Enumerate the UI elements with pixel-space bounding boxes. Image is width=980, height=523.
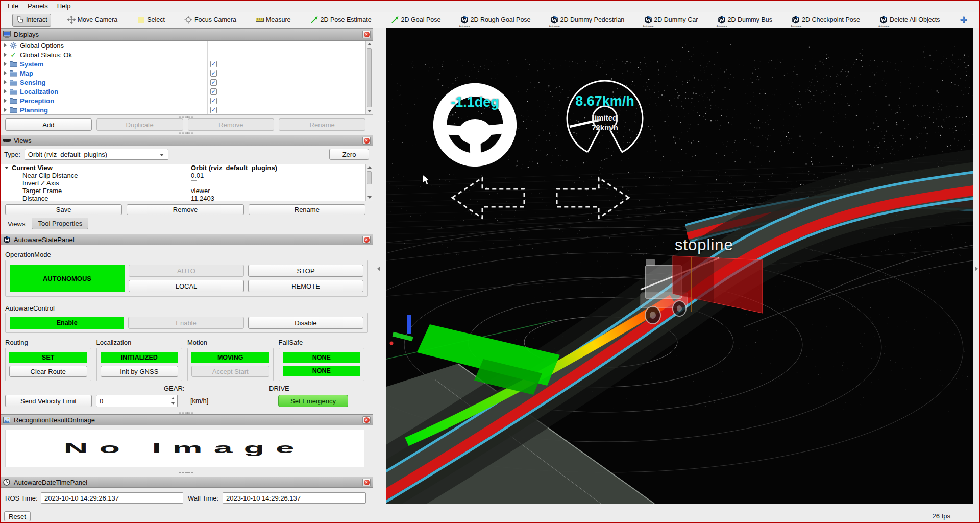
velocity-limit-spinbox[interactable]: 0 bbox=[96, 395, 178, 407]
auto-button[interactable]: AUTO bbox=[129, 265, 244, 277]
menu-panels[interactable]: Panels bbox=[23, 1, 53, 11]
invert-z-checkbox[interactable] bbox=[191, 180, 197, 186]
datetime-close-button[interactable]: ✕ bbox=[362, 479, 371, 486]
splitter-grip[interactable] bbox=[0, 470, 373, 474]
remove-button[interactable]: Remove bbox=[188, 118, 275, 131]
views-scrollbar[interactable] bbox=[365, 164, 373, 201]
zero-button[interactable]: Zero bbox=[329, 149, 369, 160]
splitter-grip[interactable] bbox=[0, 131, 373, 134]
views-panel-header[interactable]: Views ✕ bbox=[0, 135, 373, 146]
displays-close-button[interactable]: ✕ bbox=[362, 31, 371, 38]
expander-icon[interactable] bbox=[4, 62, 7, 66]
collapse-left-icon[interactable] bbox=[377, 266, 380, 271]
clear-route-button[interactable]: Clear Route bbox=[9, 366, 87, 377]
tool-delete-all-objects[interactable]: Autoware Delete All Objects bbox=[876, 14, 943, 26]
collapse-right-icon[interactable] bbox=[975, 266, 978, 271]
display-row-perception[interactable]: Perception bbox=[1, 96, 373, 105]
ros-time-field[interactable]: 2023-10-10 14:29:26.137 bbox=[41, 492, 183, 504]
rename-button[interactable]: Rename bbox=[279, 118, 365, 131]
rename-view-button[interactable]: Rename bbox=[249, 204, 365, 215]
add-tool-button[interactable] bbox=[957, 14, 971, 26]
set-emergency-button[interactable]: Set Emergency bbox=[278, 395, 348, 407]
save-button[interactable]: Save bbox=[5, 204, 122, 215]
visibility-checkbox[interactable] bbox=[210, 107, 217, 113]
expander-icon[interactable] bbox=[4, 71, 7, 75]
display-row-global-status[interactable]: ✓ Global Status: Ok bbox=[1, 50, 373, 59]
visibility-checkbox[interactable] bbox=[210, 88, 217, 95]
view-type-select[interactable]: Orbit (rviz_default_plugins) bbox=[24, 149, 168, 160]
displays-panel-header[interactable]: Displays ✕ bbox=[0, 28, 373, 41]
expander-icon[interactable] bbox=[4, 53, 7, 57]
splitter-grip[interactable] bbox=[0, 411, 373, 414]
reset-button[interactable]: Reset bbox=[4, 511, 31, 521]
tool-2d-rough-goal-pose[interactable]: Autoware 2D Rough Goal Pose bbox=[457, 14, 533, 26]
expander-icon[interactable] bbox=[5, 167, 9, 169]
property-row-target-frame[interactable]: Target Frame viewer bbox=[1, 187, 373, 195]
tool-2d-goal-pose[interactable]: 2D Goal Pose bbox=[388, 14, 444, 26]
visibility-checkbox[interactable] bbox=[210, 79, 217, 86]
autoware-state-close-button[interactable]: ✕ bbox=[362, 236, 371, 244]
scroll-up-icon[interactable] bbox=[368, 166, 372, 169]
spin-down-icon[interactable] bbox=[172, 402, 175, 405]
property-row-invert-z[interactable]: Invert Z Axis bbox=[1, 179, 373, 187]
disable-button[interactable]: Disable bbox=[248, 317, 363, 329]
wall-time-field[interactable]: 2023-10-10 14:29:26.137 bbox=[223, 492, 366, 504]
spin-up-icon[interactable] bbox=[172, 397, 175, 399]
expander-icon[interactable] bbox=[4, 43, 7, 47]
expander-icon[interactable] bbox=[4, 89, 7, 93]
expander-icon[interactable] bbox=[4, 99, 7, 103]
display-row-localization[interactable]: Localization bbox=[1, 87, 373, 96]
views-property-table[interactable]: Current View Orbit (rviz_default_plugins… bbox=[0, 164, 373, 201]
displays-tree[interactable]: Global Options ✓ Global Status: Ok Syste… bbox=[0, 41, 373, 115]
display-row-global-options[interactable]: Global Options bbox=[1, 41, 373, 50]
recognition-close-button[interactable]: ✕ bbox=[362, 416, 371, 424]
panel-splitter[interactable] bbox=[373, 28, 386, 504]
tool-select[interactable]: Select bbox=[134, 14, 168, 26]
stop-button[interactable]: STOP bbox=[248, 265, 363, 277]
autoware-state-panel-header[interactable]: AutowareStatePanel ✕ bbox=[0, 234, 373, 245]
right-splitter[interactable] bbox=[973, 28, 980, 504]
tool-interact[interactable]: Interact bbox=[12, 14, 51, 27]
display-row-map[interactable]: Map bbox=[1, 68, 373, 78]
menu-help[interactable]: Help bbox=[53, 1, 76, 11]
scroll-down-icon[interactable] bbox=[368, 196, 372, 199]
init-by-gnss-button[interactable]: Init by GNSS bbox=[101, 366, 179, 377]
datetime-panel-header[interactable]: AutowareDateTimePanel ✕ bbox=[0, 477, 373, 488]
display-row-planning[interactable]: Planning bbox=[1, 105, 373, 114]
scrollbar-thumb[interactable] bbox=[367, 48, 372, 107]
property-row-near-clip[interactable]: Near Clip Distance 0.01 bbox=[1, 172, 373, 179]
tab-tool-properties[interactable]: Tool Properties bbox=[32, 218, 88, 229]
send-velocity-limit-button[interactable]: Send Velocity Limit bbox=[5, 395, 92, 407]
autonomous-button[interactable]: AUTONOMOUS bbox=[10, 265, 125, 292]
property-row-distance[interactable]: Distance 11.2403 bbox=[1, 195, 373, 201]
add-button[interactable]: Add bbox=[5, 118, 92, 131]
tool-focus-camera[interactable]: Focus Camera bbox=[181, 14, 239, 26]
remove-view-button[interactable]: Remove bbox=[127, 204, 243, 215]
views-close-button[interactable]: ✕ bbox=[362, 137, 371, 145]
local-button[interactable]: LOCAL bbox=[129, 280, 244, 292]
expander-icon[interactable] bbox=[4, 108, 7, 112]
tool-2d-dummy-car[interactable]: Autoware 2D Dummy Car bbox=[641, 14, 701, 26]
expander-icon[interactable] bbox=[4, 80, 7, 84]
tool-2d-dummy-pedestrian[interactable]: Autoware 2D Dummy Pedestrian bbox=[547, 14, 628, 26]
scroll-down-icon[interactable] bbox=[368, 110, 372, 112]
duplicate-button[interactable]: Duplicate bbox=[96, 118, 183, 131]
menu-file[interactable]: File bbox=[3, 1, 23, 11]
display-row-sensing[interactable]: Sensing bbox=[1, 78, 373, 87]
scrollbar-thumb[interactable] bbox=[367, 171, 372, 184]
enable-button-disabled[interactable]: Enable bbox=[128, 317, 243, 329]
display-row-system[interactable]: System bbox=[1, 59, 373, 68]
tool-measure[interactable]: Measure bbox=[253, 14, 294, 26]
scroll-up-icon[interactable] bbox=[368, 43, 372, 45]
displays-scrollbar[interactable] bbox=[365, 41, 373, 114]
tool-2d-checkpoint-pose[interactable]: Autoware 2D Checkpoint Pose bbox=[789, 14, 863, 26]
property-row-current-view[interactable]: Current View Orbit (rviz_default_plugins… bbox=[1, 164, 373, 172]
visibility-checkbox[interactable] bbox=[210, 70, 217, 77]
visibility-checkbox[interactable] bbox=[210, 98, 217, 104]
remote-button[interactable]: REMOTE bbox=[248, 280, 363, 292]
accept-start-button[interactable]: Accept Start bbox=[191, 366, 270, 377]
tool-2d-dummy-bus[interactable]: Autoware 2D Dummy Bus bbox=[714, 14, 775, 26]
tool-2d-pose-estimate[interactable]: 2D Pose Estimate bbox=[307, 14, 375, 26]
splitter-grip[interactable] bbox=[0, 115, 373, 118]
tab-views[interactable]: Views bbox=[2, 219, 31, 229]
